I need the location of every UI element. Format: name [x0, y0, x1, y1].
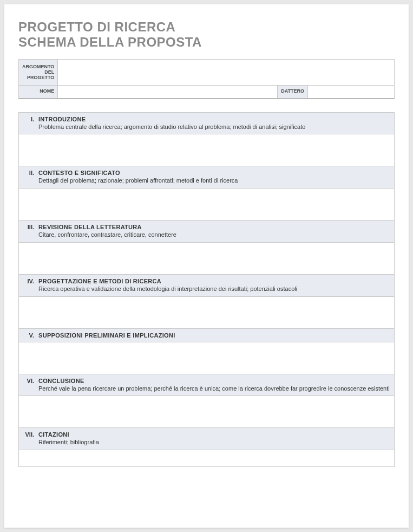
section-header: V. SUPPOSIZIONI PRELIMINARI E IMPLICAZIO…	[19, 329, 394, 342]
title-line-2: SCHEMA DELLA PROPOSTA	[18, 35, 395, 50]
section-context: II. CONTESTO E SIGNIFICATO Dettagli del …	[18, 166, 395, 220]
section-subtitle: Riferimenti; bibliografia	[38, 439, 390, 446]
section-body[interactable]	[19, 297, 394, 328]
topic-label: ARGOMENTO DEL PROGETTO	[19, 60, 58, 86]
section-header: III. REVISIONE DELLA LETTERATURA Citare,…	[19, 220, 394, 243]
section-subtitle: Perché vale la pena ricercare un problem…	[38, 385, 390, 393]
section-introduction: I. INTRODUZIONE Problema centrale della …	[18, 112, 395, 167]
section-title: CONCLUSIONE	[38, 378, 390, 384]
section-title: SUPPOSIZIONI PRELIMINARI E IMPLICAZIONI	[38, 332, 390, 339]
section-header: VII. CITAZIONI Riferimenti; bibliografia	[19, 428, 394, 450]
title-line-1: PROGETTO DI RICERCA	[18, 20, 395, 35]
date-label: DATTERO	[278, 86, 308, 99]
section-title: PROGETTAZIONE E METODI DI RICERCA	[38, 278, 390, 284]
section-titles: SUPPOSIZIONI PRELIMINARI E IMPLICAZIONI	[38, 332, 390, 339]
section-titles: CONTESTO E SIGNIFICATO Dettagli del prob…	[38, 170, 390, 185]
topic-value[interactable]	[58, 60, 395, 86]
section-header: II. CONTESTO E SIGNIFICATO Dettagli del …	[19, 166, 394, 189]
section-number: IV.	[23, 278, 38, 284]
section-titles: CONCLUSIONE Perché vale la pena ricercar…	[38, 378, 390, 393]
name-value[interactable]	[58, 86, 278, 99]
section-title: CONTESTO E SIGNIFICATO	[38, 170, 390, 176]
section-body[interactable]	[19, 189, 394, 220]
section-number: III.	[23, 224, 38, 230]
section-number: II.	[23, 170, 38, 176]
section-header: VI. CONCLUSIONE Perché vale la pena rice…	[19, 374, 394, 397]
section-literature: III. REVISIONE DELLA LETTERATURA Citare,…	[18, 220, 395, 275]
project-info-table: ARGOMENTO DEL PROGETTO NOME DATTERO	[18, 59, 395, 99]
section-number: VII.	[23, 431, 38, 438]
section-header: I. INTRODUZIONE Problema centrale della …	[19, 113, 394, 135]
section-titles: PROGETTAZIONE E METODI DI RICERCA Ricerc…	[38, 278, 390, 293]
section-conclusion: VI. CONCLUSIONE Perché vale la pena rice…	[18, 374, 395, 429]
section-body[interactable]	[19, 134, 394, 166]
date-value[interactable]	[308, 86, 395, 99]
section-subtitle: Problema centrale della ricerca; argomen…	[38, 124, 390, 131]
section-body[interactable]	[19, 450, 394, 466]
section-body[interactable]	[19, 342, 394, 374]
section-subtitle: Citare, confrontare, contrastare, critic…	[38, 231, 390, 239]
section-title: INTRODUZIONE	[38, 116, 390, 122]
section-assumptions: V. SUPPOSIZIONI PRELIMINARI E IMPLICAZIO…	[18, 329, 395, 374]
section-methods: IV. PROGETTAZIONE E METODI DI RICERCA Ri…	[18, 275, 395, 329]
name-label: NOME	[19, 86, 58, 99]
section-title: CITAZIONI	[38, 431, 390, 438]
section-titles: REVISIONE DELLA LETTERATURA Citare, conf…	[38, 224, 390, 239]
section-titles: CITAZIONI Riferimenti; bibliografia	[38, 431, 390, 446]
section-subtitle: Dettagli del problema; razionale; proble…	[38, 177, 390, 185]
section-titles: INTRODUZIONE Problema centrale della ric…	[38, 116, 390, 131]
section-citations: VII. CITAZIONI Riferimenti; bibliografia	[18, 428, 395, 467]
section-number: I.	[23, 116, 38, 122]
document-page: PROGETTO DI RICERCA SCHEMA DELLA PROPOST…	[4, 4, 409, 528]
section-number: V.	[23, 332, 38, 339]
section-body[interactable]	[19, 243, 394, 274]
sections-container: I. INTRODUZIONE Problema centrale della …	[18, 112, 395, 468]
section-title: REVISIONE DELLA LETTERATURA	[38, 224, 390, 230]
section-body[interactable]	[19, 396, 394, 427]
document-title: PROGETTO DI RICERCA SCHEMA DELLA PROPOST…	[18, 20, 395, 49]
section-subtitle: Ricerca operativa e validazione della me…	[38, 286, 390, 293]
section-header: IV. PROGETTAZIONE E METODI DI RICERCA Ri…	[19, 275, 394, 297]
section-number: VI.	[23, 378, 38, 384]
